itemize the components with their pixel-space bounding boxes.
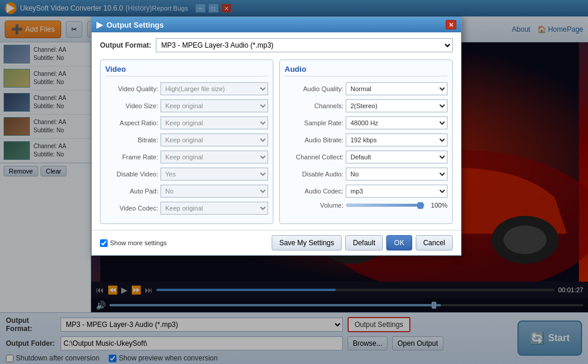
channel-collect-row: Channel Collect: Default: [285, 151, 447, 163]
audio-quality-row: Audio Quality: Normal: [285, 82, 447, 95]
cancel-button[interactable]: Cancel: [416, 235, 453, 251]
settings-columns: Video Video Quality: High(Larger file si…: [100, 59, 453, 224]
audio-quality-select[interactable]: Normal: [346, 82, 447, 95]
modal-footer-buttons: Save My Settings Default OK Cancel: [272, 235, 453, 251]
video-quality-select[interactable]: High(Larger file size): [161, 82, 268, 95]
format-select[interactable]: MP3 - MPEG Layer-3 Audio (*.mp3): [156, 38, 453, 52]
aspect-ratio-row: Aspect Ratio: Keep original: [105, 116, 268, 129]
auto-pad-label: Auto Pad:: [105, 188, 158, 195]
channels-label: Channels:: [285, 102, 343, 109]
audio-codec-row: Audio Codec: mp3: [285, 185, 447, 198]
show-more-text: Show more settings: [110, 239, 167, 246]
aspect-ratio-label: Aspect Ratio:: [105, 119, 158, 126]
bitrate-select[interactable]: Keep original: [161, 133, 268, 146]
frame-rate-label: Frame Rate:: [105, 153, 158, 161]
audio-quality-label: Audio Quality:: [285, 85, 343, 92]
disable-audio-row: Disable Audio: No: [285, 168, 447, 181]
sample-rate-label: Sample Rate:: [285, 119, 343, 126]
show-more-label[interactable]: Show more settings: [100, 239, 167, 247]
modal-overlay: ▶ Output Settings ✕ Output Format: MP3 -…: [0, 0, 588, 364]
channel-collect-select[interactable]: Default: [346, 151, 447, 163]
modal-title: Output Settings: [106, 21, 164, 29]
frame-rate-select[interactable]: Keep original: [161, 151, 268, 163]
video-codec-row: Video Codec: Keep original: [105, 202, 268, 215]
volume-percent: 100%: [427, 202, 447, 209]
volume-label: Volume:: [285, 202, 343, 209]
sample-rate-select[interactable]: 48000 Hz: [346, 116, 447, 129]
video-settings-column: Video Video Quality: High(Larger file si…: [100, 59, 273, 224]
modal-titlebar: ▶ Output Settings ✕: [92, 17, 461, 32]
auto-pad-row: Auto Pad: No: [105, 185, 268, 198]
channels-select[interactable]: 2(Stereo): [346, 99, 447, 112]
show-more-checkbox[interactable]: [100, 239, 108, 247]
audio-codec-select[interactable]: mp3: [346, 185, 447, 198]
modal-body: Output Format: MP3 - MPEG Layer-3 Audio …: [92, 32, 461, 230]
frame-rate-row: Frame Rate: Keep original: [105, 151, 268, 163]
format-row: Output Format: MP3 - MPEG Layer-3 Audio …: [100, 38, 453, 52]
channel-collect-label: Channel Collect:: [285, 153, 343, 161]
audio-codec-label: Audio Codec:: [285, 188, 343, 195]
disable-video-select[interactable]: Yes: [161, 168, 268, 181]
disable-video-label: Disable Video:: [105, 171, 158, 178]
video-size-label: Video Size:: [105, 102, 158, 109]
save-settings-button[interactable]: Save My Settings: [272, 235, 342, 251]
sample-rate-row: Sample Rate: 48000 Hz: [285, 116, 447, 129]
auto-pad-select[interactable]: No: [161, 185, 268, 198]
modal-close-button[interactable]: ✕: [446, 20, 456, 29]
format-label: Output Format:: [100, 41, 151, 49]
disable-audio-label: Disable Audio:: [285, 171, 343, 178]
bitrate-label: Bitrate:: [105, 136, 158, 143]
output-settings-modal: ▶ Output Settings ✕ Output Format: MP3 -…: [91, 16, 462, 256]
audio-section-title: Audio: [285, 65, 447, 76]
channels-row: Channels: 2(Stereo): [285, 99, 447, 112]
disable-audio-select[interactable]: No: [346, 168, 447, 181]
disable-video-row: Disable Video: Yes: [105, 168, 268, 181]
bitrate-row: Bitrate: Keep original: [105, 133, 268, 146]
video-section-title: Video: [105, 65, 268, 76]
video-codec-label: Video Codec:: [105, 205, 158, 212]
aspect-ratio-select[interactable]: Keep original: [161, 116, 268, 129]
ok-button[interactable]: OK: [386, 235, 412, 251]
audio-settings-column: Audio Audio Quality: Normal Channels: 2(…: [279, 59, 453, 224]
video-size-row: Video Size: Keep original: [105, 99, 268, 112]
video-quality-row: Video Quality: High(Larger file size): [105, 82, 268, 95]
audio-bitrate-row: Audio Bitrate: 192 kbps: [285, 133, 447, 146]
audio-bitrate-label: Audio Bitrate:: [285, 136, 343, 143]
audio-bitrate-select[interactable]: 192 kbps: [346, 133, 447, 146]
volume-row: Volume: 100%: [285, 202, 447, 209]
default-button[interactable]: Default: [345, 235, 383, 251]
video-codec-select[interactable]: Keep original: [161, 202, 268, 215]
video-quality-label: Video Quality:: [105, 85, 158, 92]
video-size-select[interactable]: Keep original: [161, 99, 268, 112]
modal-footer: Show more settings Save My Settings Defa…: [92, 230, 461, 255]
